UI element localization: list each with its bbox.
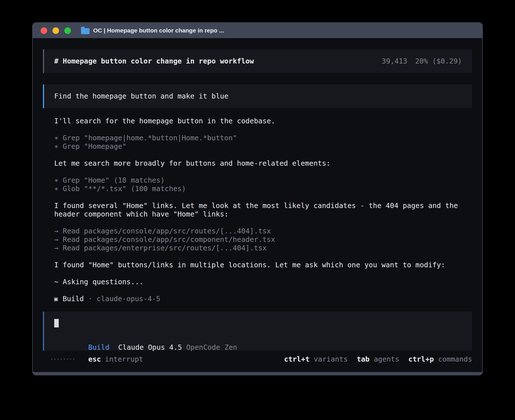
text-cursor: [54, 319, 59, 327]
tool-call-line: → Read packages/enterprise/src/routes/[.…: [54, 244, 472, 252]
tool-call-line: ∗ Grep "Homepage": [54, 142, 472, 151]
agent-status-line: ▣Build · claude-opus-4-5: [54, 295, 472, 303]
provider-label: OpenCode Zen: [186, 343, 237, 351]
esc-label: interrupt: [105, 355, 143, 364]
user-message-text: Find the homepage button and make it blu…: [54, 92, 228, 100]
terminal-content: # Homepage button color change in repo w…: [33, 38, 482, 372]
shortcut-commands[interactable]: ctrl+p commands: [408, 355, 472, 364]
agent-name: Build: [63, 295, 84, 303]
tool-call-line: ∗ Grep "homepage|home.*button|Home.*butt…: [54, 134, 472, 142]
tool-call-line: → Read packages/console/app/src/routes/[…: [54, 227, 472, 235]
activity-dots: ········: [50, 355, 75, 364]
token-count: 39,413: [382, 57, 407, 65]
session-stats: 39,413 20% ($0.29): [382, 57, 462, 65]
status-bar: ········ esc interrupt ctrl+t variantsta…: [43, 355, 472, 364]
shortcut-key: ctrl+t: [284, 355, 309, 363]
assistant-text: ~ Asking questions...: [54, 278, 472, 286]
user-message: Find the homepage button and make it blu…: [43, 84, 472, 108]
zoom-button[interactable]: [64, 27, 71, 34]
separator-dot: ·: [84, 295, 97, 303]
folder-icon: [81, 28, 90, 34]
assistant-text: I found "Home" buttons/links in multiple…: [54, 261, 472, 269]
window-title: OC | Homepage button color change in rep…: [93, 27, 224, 34]
tool-call-group: ∗ Grep "homepage|home.*button|Home.*butt…: [54, 134, 472, 151]
tool-call-line: ∗ Grep "Home" (18 matches): [54, 176, 472, 185]
session-header: # Homepage button color change in repo w…: [43, 49, 472, 73]
assistant-text: I found several "Home" links. Let me loo…: [54, 202, 472, 218]
session-title: # Homepage button color change in repo w…: [54, 57, 254, 65]
conversation: I'll search for the homepage button in t…: [54, 117, 472, 303]
agent-build-icon: ▣: [54, 295, 58, 303]
context-usage: 20% ($0.29): [415, 57, 462, 65]
close-button[interactable]: [41, 27, 47, 34]
minimize-button[interactable]: [53, 27, 59, 34]
status-left: ········ esc interrupt: [50, 355, 143, 364]
assistant-text: Let me search more broadly for buttons a…: [54, 159, 472, 168]
titlebar[interactable]: OC | Homepage button color change in rep…: [33, 23, 482, 38]
traffic-lights: [41, 27, 71, 34]
shortcut-label: commands: [434, 355, 472, 363]
prompt-input[interactable]: BuildClaude Opus 4.5OpenCode Zen: [43, 312, 472, 351]
assistant-text: I'll search for the homepage button in t…: [54, 117, 472, 125]
shortcuts: ctrl+t variantstab agentsctrl+p commands: [284, 355, 472, 364]
agent-mode-label[interactable]: Build: [88, 343, 109, 351]
shortcut-key: tab: [357, 355, 370, 363]
shortcut-variants[interactable]: ctrl+t variants: [284, 355, 348, 364]
tool-call-line: ∗ Glob "**/*.tsx" (100 matches): [54, 185, 472, 193]
tool-call-line: → Read packages/console/app/src/componen…: [54, 235, 472, 244]
shortcut-agents[interactable]: tab agents: [357, 355, 400, 364]
model-label[interactable]: Claude Opus 4.5: [118, 343, 182, 351]
terminal-window: OC | Homepage button color change in rep…: [32, 22, 483, 375]
agent-model: claude-opus-4-5: [97, 295, 160, 303]
shortcut-label: agents: [370, 355, 399, 363]
shortcut-label: variants: [309, 355, 348, 363]
tool-call-group: → Read packages/console/app/src/routes/[…: [54, 227, 472, 252]
esc-key[interactable]: esc: [88, 355, 101, 364]
tool-call-group: ∗ Grep "Home" (18 matches)∗ Glob "**/*.t…: [54, 176, 472, 193]
shortcut-key: ctrl+p: [408, 355, 434, 363]
